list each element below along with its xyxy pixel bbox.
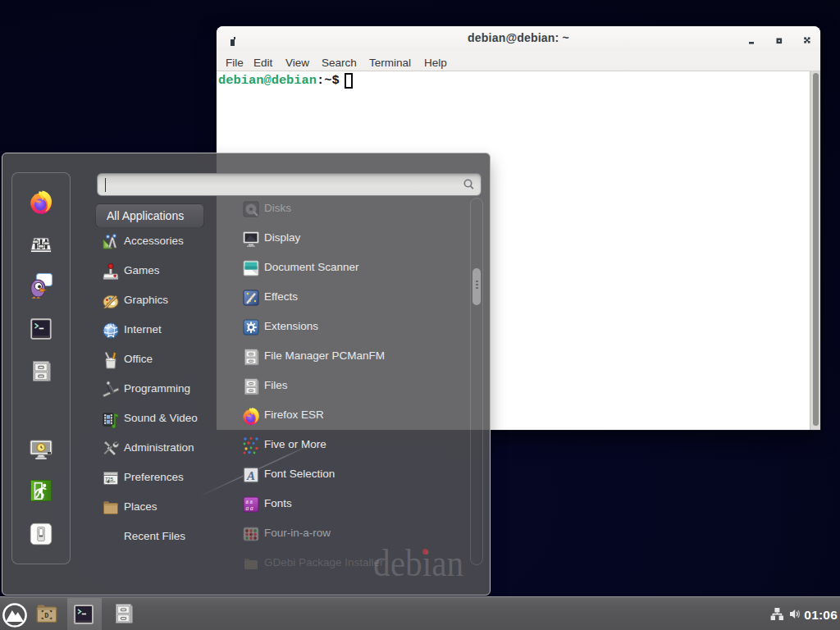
- svg-text:725: 725: [105, 477, 114, 482]
- svg-text:A: A: [246, 469, 255, 482]
- svg-text:a a: a a: [245, 504, 253, 512]
- svg-text:D: D: [44, 612, 48, 620]
